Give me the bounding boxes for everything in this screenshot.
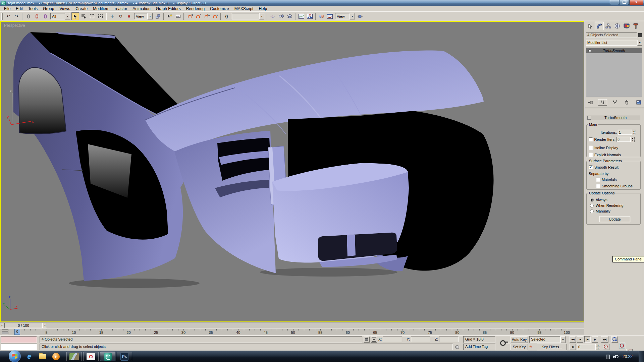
tray-document-icon[interactable] bbox=[606, 355, 610, 359]
modifier-stack[interactable]: TurboSmooth bbox=[586, 48, 642, 97]
time-slider[interactable]: 0 / 100 bbox=[5, 323, 42, 328]
bind-to-spacewarp-button[interactable] bbox=[41, 12, 49, 20]
perspective-viewport[interactable]: z x y z y x Perspective bbox=[0, 21, 584, 322]
start-button[interactable] bbox=[9, 350, 21, 362]
unlink-selection-button[interactable] bbox=[33, 12, 41, 20]
undo-button[interactable]: ↶ bbox=[4, 12, 12, 20]
mini-trackbar-toggle[interactable] bbox=[1, 329, 10, 335]
next-frame-button[interactable]: |▶ bbox=[592, 336, 598, 343]
key-filters-button[interactable]: Key Filters... bbox=[537, 344, 567, 350]
title-bar[interactable]: saját model.max - Project Folder: C:\Use… bbox=[0, 0, 644, 6]
update-button[interactable]: Update bbox=[599, 216, 630, 222]
menu-create[interactable]: Create bbox=[73, 6, 90, 11]
modifier-enabled-bulb-icon[interactable] bbox=[588, 49, 591, 52]
schematic-view-button[interactable] bbox=[306, 12, 314, 20]
render-setup-button[interactable] bbox=[326, 12, 334, 20]
angle-snap-button[interactable]: ° bbox=[194, 12, 202, 20]
previous-frame-button[interactable]: ◀| bbox=[577, 336, 583, 343]
menu-reactor[interactable]: reactor bbox=[112, 6, 130, 11]
show-end-result-button[interactable] bbox=[598, 99, 607, 106]
percent-snap-button[interactable]: % bbox=[203, 12, 210, 20]
play-button[interactable]: ▶ bbox=[584, 336, 591, 343]
menu-edit[interactable]: Edit bbox=[13, 6, 25, 11]
auto-key-button[interactable]: Auto Key bbox=[511, 336, 528, 343]
current-frame-marker[interactable]: 0 bbox=[14, 329, 20, 335]
rollout-scroll-strip[interactable] bbox=[643, 115, 643, 316]
chevron-down-icon[interactable] bbox=[637, 40, 642, 46]
taskbar-internet-explorer[interactable]: e bbox=[24, 352, 34, 362]
taskbar-game-app[interactable] bbox=[66, 352, 82, 361]
chevron-down-icon[interactable] bbox=[65, 13, 70, 19]
selection-filter-dropdown[interactable]: All bbox=[50, 13, 70, 19]
object-color-swatch[interactable] bbox=[638, 33, 642, 37]
next-frame-arrow[interactable]: > bbox=[42, 323, 47, 328]
tab-display[interactable] bbox=[622, 22, 631, 30]
window-restore-button[interactable] bbox=[620, 0, 629, 5]
material-editor-button[interactable] bbox=[318, 12, 325, 20]
maxscript-listener-white[interactable] bbox=[1, 344, 37, 350]
collapse-icon[interactable]: - bbox=[587, 116, 591, 120]
menu-tools[interactable]: Tools bbox=[25, 6, 40, 11]
menu-rendering[interactable]: Rendering bbox=[183, 6, 207, 11]
window-crossing-button[interactable] bbox=[97, 12, 104, 20]
smoothing-groups-checkbox[interactable] bbox=[596, 184, 600, 188]
redo-button[interactable]: ↷ bbox=[13, 12, 20, 20]
select-object-button[interactable] bbox=[71, 12, 79, 20]
tab-hierarchy[interactable] bbox=[604, 22, 613, 30]
align-button[interactable] bbox=[277, 12, 285, 20]
keyboard-override-button[interactable]: ABC bbox=[174, 12, 182, 20]
edit-named-selections-button[interactable]: {} bbox=[223, 12, 230, 20]
make-unique-button[interactable] bbox=[610, 99, 619, 106]
smooth-result-checkbox[interactable] bbox=[589, 165, 593, 169]
render-iters-field[interactable]: 0 bbox=[616, 137, 631, 142]
always-radio[interactable] bbox=[590, 198, 594, 202]
menu-help[interactable]: Help bbox=[256, 6, 270, 11]
menu-animation[interactable]: Animation bbox=[130, 6, 153, 11]
when-rendering-radio[interactable] bbox=[590, 204, 594, 207]
key-mode-toggle-button[interactable]: ◀▶ bbox=[570, 344, 576, 350]
chevron-down-icon[interactable] bbox=[148, 13, 153, 19]
frame-spinner[interactable] bbox=[596, 344, 600, 350]
maxscript-listener-pink[interactable] bbox=[1, 336, 37, 343]
tab-motion[interactable] bbox=[613, 22, 622, 30]
iterations-field[interactable]: 1 bbox=[618, 130, 632, 135]
selection-name-field[interactable]: 4 Objects Selected bbox=[586, 32, 637, 38]
menu-group[interactable]: Group bbox=[40, 6, 57, 11]
configure-modifier-sets-button[interactable] bbox=[634, 99, 643, 106]
go-to-end-button[interactable]: ▶▶| bbox=[601, 336, 608, 343]
menu-modifiers[interactable]: Modifiers bbox=[90, 6, 112, 11]
tab-create[interactable] bbox=[586, 22, 595, 30]
materials-checkbox[interactable] bbox=[596, 178, 600, 182]
modifier-stack-entry[interactable]: TurboSmooth bbox=[586, 48, 642, 53]
y-coord-field[interactable] bbox=[411, 337, 430, 342]
select-by-name-button[interactable] bbox=[80, 12, 88, 20]
snap-toggle-3d-button[interactable]: 3 bbox=[186, 12, 194, 20]
modifier-list-dropdown[interactable]: Modifier List bbox=[586, 40, 642, 46]
car-model-canvas[interactable]: z x y z y x bbox=[1, 22, 584, 321]
absolute-mode-button[interactable] bbox=[371, 337, 377, 343]
menu-graph-editors[interactable]: Graph Editors bbox=[153, 6, 183, 11]
taskbar-explorer[interactable] bbox=[38, 352, 48, 362]
toolbar-drag-handle[interactable] bbox=[1, 13, 3, 20]
set-keys-icon[interactable] bbox=[500, 338, 508, 348]
select-and-rotate-button[interactable]: ↻ bbox=[117, 12, 124, 20]
pin-stack-button[interactable] bbox=[586, 99, 595, 106]
turbosmooth-rollout-header[interactable]: - TurboSmooth bbox=[587, 115, 640, 120]
select-and-manipulate-button[interactable] bbox=[166, 12, 173, 20]
set-key-button[interactable]: Set Key bbox=[511, 344, 528, 350]
gizmo-y-axis[interactable] bbox=[9, 119, 11, 125]
rectangular-selection-region-button[interactable] bbox=[88, 12, 96, 20]
show-desktop-button[interactable] bbox=[639, 351, 644, 362]
layer-manager-button[interactable] bbox=[286, 12, 293, 20]
menu-views[interactable]: Views bbox=[57, 6, 73, 11]
add-time-tag[interactable]: Add Time Tag bbox=[463, 344, 495, 350]
curve-editor-button[interactable] bbox=[298, 12, 305, 20]
menu-maxscript[interactable]: MAXScript bbox=[232, 6, 256, 11]
menu-file[interactable]: File bbox=[1, 6, 13, 11]
mirror-button[interactable]: ◁▷ bbox=[269, 12, 277, 20]
z-coord-field[interactable] bbox=[439, 337, 459, 342]
chevron-down-icon[interactable] bbox=[259, 13, 264, 19]
explicit-normals-checkbox[interactable] bbox=[589, 153, 593, 157]
menu-customize[interactable]: Customize bbox=[207, 6, 232, 11]
viewport-label[interactable]: Perspective bbox=[4, 23, 25, 28]
